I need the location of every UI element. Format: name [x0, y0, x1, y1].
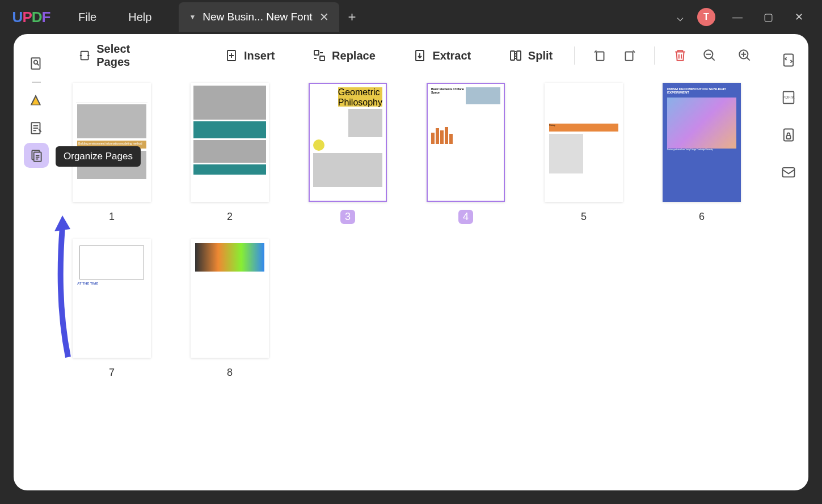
- active-tab[interactable]: ▼ New Busin... New Font ✕: [179, 2, 339, 32]
- delete-button[interactable]: [668, 43, 692, 68]
- tab-title: New Busin... New Font: [203, 11, 312, 23]
- comment-tool[interactable]: [24, 88, 49, 113]
- zoom-out-button[interactable]: [697, 43, 722, 68]
- tabs: ▼ New Busin... New Font ✕ +: [179, 2, 356, 32]
- main-menu: File Help: [62, 0, 167, 34]
- menu-help[interactable]: Help: [112, 0, 167, 34]
- avatar[interactable]: T: [697, 8, 715, 26]
- share-tool[interactable]: [778, 162, 799, 183]
- titlebar: UPDF File Help ▼ New Busin... New Font ✕…: [0, 0, 822, 34]
- edit-tool[interactable]: [24, 116, 49, 141]
- menu-file[interactable]: File: [62, 0, 112, 34]
- svg-rect-12: [596, 52, 604, 61]
- page-thumbnail[interactable]: PRISM DECOMPOSITION SUNLIGHT EXPERIMENTN…: [663, 83, 741, 224]
- protect-tool[interactable]: [778, 125, 799, 145]
- page-thumbnail[interactable]: String5: [545, 83, 623, 224]
- tooltip: Organize Pages: [56, 146, 141, 167]
- pdfa-tool[interactable]: PDF/A: [778, 87, 799, 108]
- add-tab-button[interactable]: +: [348, 9, 356, 25]
- convert-tool[interactable]: [778, 50, 799, 70]
- left-sidebar: Organize Pages: [14, 34, 59, 490]
- svg-rect-20: [787, 135, 791, 139]
- svg-rect-0: [31, 58, 40, 69]
- insert-button[interactable]: Insert: [217, 44, 283, 67]
- page-thumbnail[interactable]: 8: [191, 239, 269, 380]
- svg-text:PDF/A: PDF/A: [783, 95, 795, 99]
- app-logo: UPDF: [0, 9, 62, 26]
- workspace: Organize Pages Select Pages Insert Repla…: [14, 34, 808, 490]
- svg-rect-13: [625, 52, 633, 61]
- right-sidebar: PDF/A: [769, 34, 808, 490]
- extract-button[interactable]: Extract: [405, 44, 479, 67]
- rotate-right-button[interactable]: [617, 43, 640, 68]
- replace-button[interactable]: Replace: [305, 44, 383, 67]
- svg-rect-11: [517, 51, 521, 60]
- close-icon[interactable]: ✕: [319, 10, 329, 24]
- svg-rect-16: [784, 54, 793, 66]
- page-thumbnail[interactable]: AT THE TIME7: [73, 239, 151, 380]
- select-pages-button[interactable]: Select Pages: [70, 38, 170, 73]
- svg-rect-5: [81, 52, 88, 60]
- svg-rect-10: [511, 51, 515, 60]
- page-thumbnail[interactable]: 2: [191, 83, 269, 224]
- maximize-button[interactable]: ▢: [760, 9, 777, 26]
- page-thumbnail[interactable]: Geometric Philosophy3: [309, 83, 387, 224]
- svg-rect-7: [314, 50, 319, 55]
- tab-dropdown-icon[interactable]: ▼: [189, 13, 196, 21]
- svg-rect-21: [783, 168, 795, 177]
- rotate-left-button[interactable]: [588, 43, 612, 68]
- organize-toolbar: Select Pages Insert Replace Extract Spli…: [70, 34, 757, 77]
- search-tool[interactable]: [24, 51, 49, 76]
- pages-grid: Building environment information modelin…: [70, 77, 757, 490]
- split-button[interactable]: Split: [501, 44, 560, 67]
- svg-rect-8: [320, 56, 324, 61]
- chevron-down-icon[interactable]: ⌵: [677, 10, 684, 24]
- minimize-button[interactable]: —: [729, 9, 746, 26]
- main-panel: Select Pages Insert Replace Extract Spli…: [59, 34, 769, 490]
- page-thumbnail[interactable]: Basic Elements of Plane Space4: [427, 83, 505, 224]
- zoom-in-button[interactable]: [732, 43, 757, 68]
- organize-pages-tool[interactable]: Organize Pages: [24, 143, 49, 168]
- close-button[interactable]: ✕: [790, 9, 807, 26]
